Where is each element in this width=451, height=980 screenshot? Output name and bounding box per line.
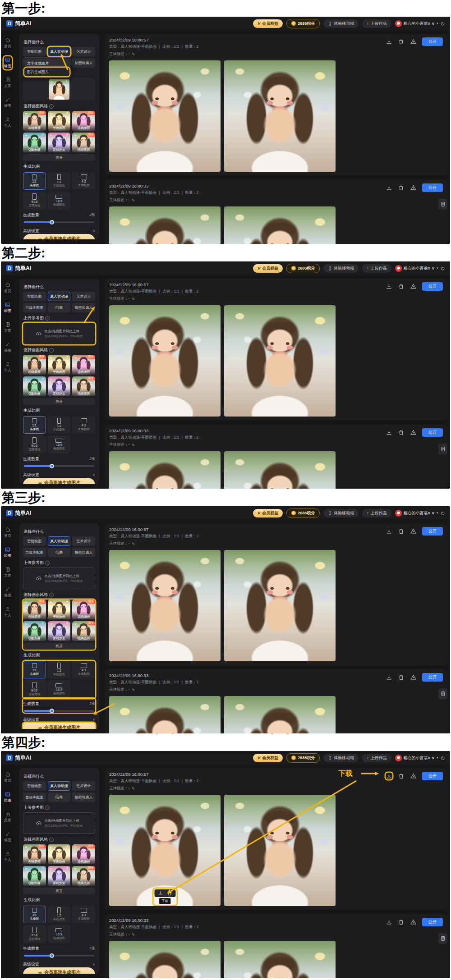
points-button[interactable]: 2686积分 bbox=[286, 508, 320, 518]
advanced-settings[interactable]: 高级设置 ∨ bbox=[23, 228, 95, 234]
category-art-design[interactable]: 艺术设计 bbox=[72, 536, 95, 546]
download-icon[interactable] bbox=[386, 528, 392, 535]
category-photo-to-anime[interactable]: 真人转动漫 bbox=[48, 292, 71, 301]
nav-item-home[interactable]: 首页 bbox=[4, 37, 12, 50]
publish-button[interactable]: 公开 bbox=[422, 527, 443, 536]
mobile-app-button[interactable]: 体验移动端 bbox=[323, 264, 359, 273]
download-icon[interactable] bbox=[386, 283, 392, 290]
ratio-tile-1-2[interactable]: 1:2 手机壁纸 bbox=[48, 906, 71, 923]
nav-item-retouch[interactable]: 修图 bbox=[4, 341, 12, 354]
style-tile[interactable]: 限免 AI绘梦师 bbox=[23, 844, 46, 864]
nav-item-draw[interactable]: 绘图 bbox=[4, 791, 12, 804]
publish-button[interactable]: 公开 bbox=[422, 673, 443, 682]
style-tile[interactable]: Q版头像 bbox=[23, 133, 46, 152]
upload-works-button[interactable]: ↑ 上传作品 bbox=[362, 509, 391, 517]
delete-icon[interactable] bbox=[167, 891, 172, 896]
user-menu[interactable]: 粗心的小富翁n V ▼ bbox=[395, 510, 445, 517]
publish-button[interactable]: 公开 bbox=[422, 918, 443, 926]
style-tile[interactable]: 限免 港风漫画 bbox=[72, 600, 95, 619]
nav-item-copywriting[interactable]: 文案 bbox=[4, 76, 12, 89]
nav-item-draw[interactable]: 绘图 bbox=[4, 56, 12, 69]
uploaded-photo-box[interactable] bbox=[23, 78, 95, 101]
user-menu[interactable]: 粗心的小富翁n V ▼ bbox=[395, 265, 445, 272]
edit-icon[interactable]: ✎ bbox=[132, 297, 135, 301]
user-menu[interactable]: 粗心的小富翁n V ▼ bbox=[395, 755, 445, 761]
publish-button[interactable]: 公开 bbox=[422, 772, 443, 780]
ratio-tile-9-16[interactable]: 9:16 运营海报 bbox=[23, 680, 46, 698]
ratio-tile-4-3[interactable]: 4:3 文章配图 bbox=[72, 416, 95, 434]
report-icon[interactable] bbox=[410, 919, 417, 925]
generate-button[interactable]: 会员高速生成图片 (限时2折起) bbox=[23, 478, 95, 484]
upload-works-button[interactable]: ↑ 上传作品 bbox=[362, 264, 391, 273]
publish-button[interactable]: 公开 bbox=[422, 282, 443, 291]
edit-icon[interactable]: ✎ bbox=[132, 933, 135, 937]
generated-image-2[interactable] bbox=[224, 305, 336, 417]
category-photo-to-anime[interactable]: 真人转动漫 bbox=[48, 536, 71, 546]
generated-image-1[interactable] bbox=[109, 305, 221, 417]
nav-item-profile[interactable]: 个人 bbox=[4, 116, 12, 129]
user-menu[interactable]: 粗心的小富翁n V ▼ bbox=[395, 20, 445, 27]
ratio-tile-9-16[interactable]: 9:16 运营海报 bbox=[23, 192, 46, 210]
expand-button[interactable]: 展开 bbox=[23, 888, 95, 894]
category-art-design[interactable]: 艺术设计 bbox=[72, 47, 95, 56]
generate-button[interactable]: 会员高速生成图片 (限时2折起) bbox=[23, 723, 95, 729]
generated-image-1[interactable] bbox=[109, 696, 221, 733]
style-tile-selected[interactable]: 平面插画 bbox=[48, 355, 71, 375]
nav-item-profile[interactable]: 个人 bbox=[4, 850, 12, 863]
membership-button[interactable]: V 会员权益 bbox=[253, 754, 283, 762]
script-icon[interactable] bbox=[438, 199, 447, 210]
delete-icon[interactable] bbox=[398, 184, 405, 191]
style-tile[interactable]: Q版头像 bbox=[23, 866, 46, 886]
download-icon[interactable] bbox=[386, 919, 392, 925]
count-slider[interactable] bbox=[24, 955, 94, 957]
upload-works-button[interactable]: ↑ 上传作品 bbox=[362, 754, 391, 762]
mobile-app-button[interactable]: 体验移动端 bbox=[323, 19, 359, 28]
nav-item-copywriting[interactable]: 文案 bbox=[4, 811, 12, 824]
style-tile[interactable]: 限免 绝美古风 bbox=[72, 866, 95, 886]
category-media-images[interactable]: 自媒体配图 bbox=[23, 303, 46, 312]
slider-knob[interactable] bbox=[50, 709, 54, 713]
style-tile[interactable]: 限免 港风漫画 bbox=[72, 844, 95, 864]
delete-icon[interactable] bbox=[398, 38, 405, 45]
upload-dropzone[interactable]: 点击/拖拽图片到此上传 支持20M以内JPG、PNG格式 bbox=[23, 323, 95, 344]
style-tile[interactable]: 限免 绝美古风 bbox=[72, 376, 95, 396]
category-smart-draw[interactable]: 智能绘图 bbox=[23, 292, 46, 301]
edit-icon[interactable]: ✎ bbox=[132, 542, 135, 546]
nav-item-profile[interactable]: 个人 bbox=[4, 605, 12, 618]
download-icon[interactable] bbox=[386, 184, 392, 191]
style-tile-selected[interactable]: 平面插画 bbox=[48, 844, 71, 864]
category-smart-draw[interactable]: 智能绘图 bbox=[23, 47, 46, 56]
download-icon[interactable] bbox=[386, 674, 392, 681]
ratio-tile-4-3[interactable]: 4:3 文章配图 bbox=[72, 906, 95, 923]
membership-button[interactable]: V 会员权益 bbox=[253, 509, 283, 517]
generated-image-1[interactable] bbox=[109, 451, 221, 489]
download-icon[interactable] bbox=[386, 429, 392, 436]
ratio-tile-9-16[interactable]: 9:16 运营海报 bbox=[23, 925, 46, 943]
category-photo-to-anime[interactable]: 真人转动漫 bbox=[48, 781, 71, 791]
advanced-settings[interactable]: 高级设置 ∨ bbox=[23, 717, 95, 723]
publish-button[interactable]: 公开 bbox=[422, 183, 443, 192]
ratio-tile-1-2[interactable]: 1:2 手机壁纸 bbox=[48, 661, 71, 678]
logout-icon[interactable] bbox=[441, 266, 445, 270]
style-tile[interactable]: 限免 绝美古风 bbox=[72, 621, 95, 641]
advanced-settings[interactable]: 高级设置 ∨ bbox=[23, 472, 95, 478]
ratio-tile-16-9[interactable]: 16:9 电脑壁纸 bbox=[48, 925, 71, 943]
style-tile[interactable]: 限免 港风漫画 bbox=[72, 355, 95, 375]
generated-image-2[interactable] bbox=[224, 941, 336, 978]
ratio-tile-4-3[interactable]: 4:3 文章配图 bbox=[72, 172, 95, 190]
menu-item-image-to-image[interactable]: 图片生成图片 bbox=[24, 68, 69, 76]
logout-icon[interactable] bbox=[441, 511, 445, 515]
mobile-app-button[interactable]: 体验移动端 bbox=[323, 509, 359, 517]
generated-image-2[interactable] bbox=[224, 696, 336, 733]
edit-icon[interactable]: ✎ bbox=[132, 787, 135, 791]
style-tile[interactable]: 限免 绝美古风 bbox=[72, 133, 95, 152]
category-photo-to-real[interactable]: 拍照绘真人 bbox=[72, 58, 95, 68]
category-ecommerce[interactable]: 电商 bbox=[48, 303, 71, 312]
generate-button[interactable]: 会员高速生成图片 (限时2折起) bbox=[23, 967, 95, 974]
nav-item-home[interactable]: 首页 bbox=[4, 771, 12, 784]
slider-knob[interactable] bbox=[50, 464, 54, 468]
membership-button[interactable]: V 会员权益 bbox=[253, 264, 283, 273]
ratio-tile-4-3[interactable]: 4:3 文章配图 bbox=[72, 661, 95, 678]
nav-item-profile[interactable]: 个人 bbox=[4, 361, 12, 374]
generated-image-1[interactable] bbox=[109, 206, 221, 244]
